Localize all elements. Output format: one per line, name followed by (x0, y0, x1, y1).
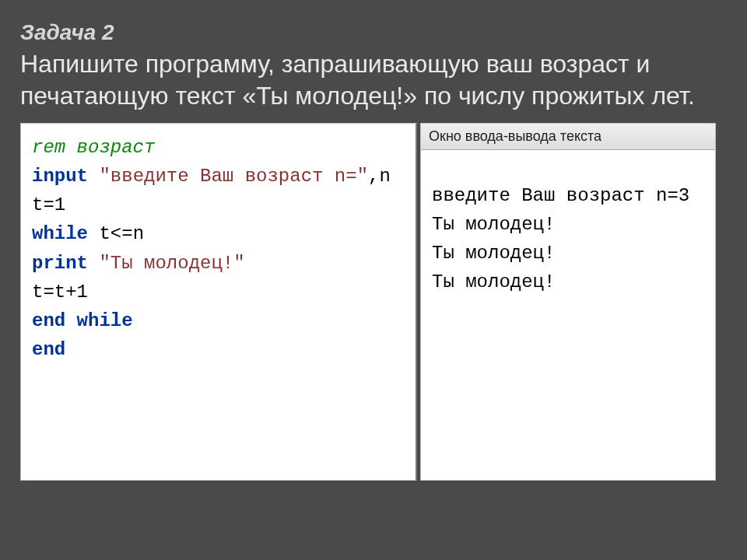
code-line-2: input "введите Ваш возраст n=",n (32, 162, 408, 191)
code-comment: rem возраст (32, 137, 155, 158)
keyword-input: input (32, 166, 88, 187)
code-line-1: rem возраст (32, 133, 408, 162)
code-line-4: while t<=n (32, 219, 408, 248)
string-prompt: "введите Ваш возраст n=" (99, 166, 368, 187)
code-pane: rem возраст input "введите Ваш возраст n… (20, 123, 417, 481)
io-body: введите Ваш возраст n=3 Ты молодец! Ты м… (421, 150, 715, 480)
code-line-3: t=1 (32, 191, 408, 219)
while-cond: t<=n (88, 223, 144, 244)
string-molodec: "Ты молодец!" (99, 253, 244, 274)
keyword-while: while (32, 223, 88, 244)
code-tail: ,n (368, 166, 391, 187)
code-line-6: t=t+1 (32, 278, 408, 306)
io-line-2: Ты молодец! (432, 210, 704, 239)
io-header: Окно ввода-вывода текста (421, 124, 715, 150)
keyword-end: end (32, 339, 65, 360)
io-pane: Окно ввода-вывода текста введите Ваш воз… (420, 123, 716, 481)
io-line-3: Ты молодец! (432, 239, 704, 268)
keyword-endwhile: end while (32, 310, 133, 331)
code-line-5: print "Ты молодец!" (32, 249, 408, 278)
code-line-8: end (32, 335, 408, 364)
task-description: Напишите программу, запрашивающую ваш во… (20, 48, 727, 112)
io-line-4: Ты молодец! (432, 268, 704, 296)
code-line-7: end while (32, 306, 408, 335)
keyword-print: print (32, 253, 88, 274)
task-title: Задача 2 (20, 20, 727, 45)
io-line-1: введите Ваш возраст n=3 (432, 181, 704, 210)
panels: rem возраст input "введите Ваш возраст n… (20, 123, 727, 481)
slide: Задача 2 Напишите программу, запрашивающ… (0, 0, 747, 560)
